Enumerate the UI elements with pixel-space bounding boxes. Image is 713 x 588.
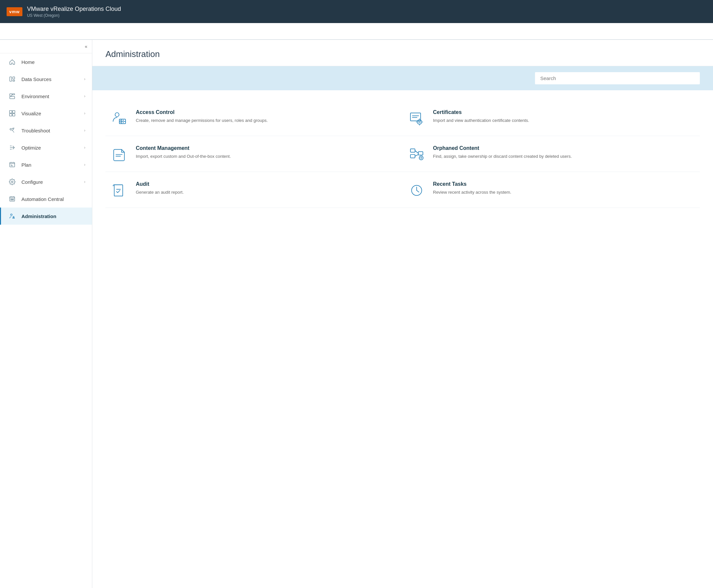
svg-point-27 (123, 122, 124, 123)
page-title: Administration (105, 49, 700, 59)
sidebar-label-administration: Administration (21, 213, 56, 219)
svg-rect-41 (115, 185, 123, 196)
card-audit[interactable]: Audit Generate an audit report. (105, 172, 403, 208)
sidebar-label-home: Home (21, 59, 35, 65)
card-title-audit: Audit (136, 181, 184, 187)
sidebar-label-data-sources: Data Sources (21, 77, 52, 82)
cards-grid: Access Control Create, remove and manage… (92, 90, 713, 218)
header-info: VMware vRealize Operations Cloud US West… (27, 6, 121, 18)
svg-rect-13 (10, 162, 15, 167)
svg-point-24 (120, 120, 121, 121)
search-bar (92, 66, 713, 90)
svg-rect-9 (13, 114, 15, 116)
card-text-orphaned-content: Orphaned Content Find, assign, take owne… (433, 145, 572, 160)
card-certificates[interactable]: Certificates Import and view authenticat… (403, 100, 700, 136)
collapse-button[interactable]: « (85, 44, 87, 49)
card-text-certificates: Certificates Import and view authenticat… (433, 109, 529, 124)
svg-rect-15 (10, 197, 15, 201)
svg-rect-35 (418, 151, 423, 155)
sidebar-item-optimize[interactable]: Optimize › (0, 139, 92, 156)
svg-rect-33 (410, 149, 415, 152)
svg-rect-34 (410, 154, 415, 158)
svg-rect-16 (11, 199, 12, 200)
card-desc-access-control: Create, remove and manage permissions fo… (136, 117, 268, 124)
svg-rect-17 (13, 199, 14, 200)
orphaned-content-icon (406, 145, 427, 162)
card-text-access-control: Access Control Create, remove and manage… (136, 109, 268, 124)
sidebar-item-automation-central[interactable]: Automation Central (0, 190, 92, 208)
data-sources-icon (7, 76, 17, 82)
svg-point-25 (120, 122, 121, 123)
main-content: Administration (92, 40, 713, 588)
content-management-icon (109, 145, 130, 162)
svg-rect-8 (9, 114, 12, 116)
recent-tasks-icon (406, 181, 427, 198)
administration-icon (7, 213, 17, 219)
content-header: Administration (92, 40, 713, 66)
svg-rect-5 (10, 97, 15, 99)
card-content-management[interactable]: Content Management Import, export custom… (105, 136, 403, 172)
svg-line-36 (415, 150, 418, 153)
sidebar-collapse-area: « (0, 40, 92, 54)
main-layout: « Home Data Sources › (0, 40, 713, 588)
svg-point-26 (123, 120, 124, 121)
search-input[interactable] (535, 72, 700, 84)
app-title: VMware vRealize Operations Cloud (27, 6, 121, 13)
card-desc-audit: Generate an audit report. (136, 189, 184, 196)
chevron-icon: › (84, 128, 85, 133)
chevron-icon: › (84, 94, 85, 99)
svg-point-31 (417, 120, 422, 124)
svg-point-18 (11, 214, 12, 215)
sidebar-item-administration[interactable]: Administration (0, 208, 92, 225)
toolbar-bar (0, 23, 713, 40)
card-title-certificates: Certificates (433, 109, 529, 115)
svg-point-20 (115, 113, 119, 117)
sidebar-item-environment[interactable]: Environment › (0, 88, 92, 105)
svg-rect-6 (9, 111, 12, 113)
automation-icon (7, 196, 17, 202)
card-title-content-management: Content Management (136, 145, 231, 151)
card-orphaned-content[interactable]: Orphaned Content Find, assign, take owne… (403, 136, 700, 172)
svg-point-14 (12, 181, 13, 183)
svg-line-37 (415, 154, 418, 156)
sidebar-item-troubleshoot[interactable]: Troubleshoot › (0, 122, 92, 139)
svg-rect-4 (13, 94, 15, 95)
card-title-recent-tasks: Recent Tasks (433, 181, 512, 187)
card-access-control[interactable]: Access Control Create, remove and manage… (105, 100, 403, 136)
svg-rect-3 (10, 94, 12, 96)
plan-icon (7, 162, 17, 168)
environment-icon (7, 93, 17, 100)
app-subtitle: US West (Oregon) (27, 13, 121, 18)
svg-point-32 (419, 121, 420, 123)
sidebar-label-environment: Environment (21, 93, 49, 99)
optimize-icon (7, 144, 17, 151)
sidebar-item-plan[interactable]: Plan › (0, 156, 92, 173)
audit-icon (109, 181, 130, 198)
card-text-content-management: Content Management Import, export custom… (136, 145, 231, 160)
svg-rect-0 (10, 77, 12, 81)
sidebar-item-visualize[interactable]: Visualize › (0, 105, 92, 122)
sidebar-item-data-sources[interactable]: Data Sources › (0, 70, 92, 88)
chevron-icon: › (84, 145, 85, 150)
chevron-icon: › (84, 180, 85, 184)
troubleshoot-icon (7, 127, 17, 134)
sidebar-label-troubleshoot: Troubleshoot (21, 128, 50, 133)
card-desc-recent-tasks: Review recent activity across the system… (433, 189, 512, 196)
card-desc-certificates: Import and view authentication certifica… (433, 117, 529, 124)
card-desc-content-management: Import, export custom and Out-of-the-box… (136, 153, 231, 160)
sidebar-item-home[interactable]: Home (0, 54, 92, 70)
sidebar-label-automation-central: Automation Central (21, 196, 64, 202)
sidebar-label-plan: Plan (21, 162, 31, 168)
access-control-icon (109, 109, 130, 126)
card-recent-tasks[interactable]: Recent Tasks Review recent activity acro… (403, 172, 700, 208)
svg-rect-7 (13, 111, 15, 113)
svg-rect-1 (13, 77, 15, 79)
sidebar-label-optimize: Optimize (21, 145, 41, 150)
svg-rect-2 (13, 80, 15, 81)
sidebar-label-visualize: Visualize (21, 111, 41, 116)
chevron-icon: › (84, 77, 85, 81)
card-title-access-control: Access Control (136, 109, 268, 115)
home-icon (7, 59, 17, 65)
card-desc-orphaned-content: Find, assign, take ownership or discard … (433, 153, 572, 160)
sidebar-item-configure[interactable]: Configure › (0, 173, 92, 190)
